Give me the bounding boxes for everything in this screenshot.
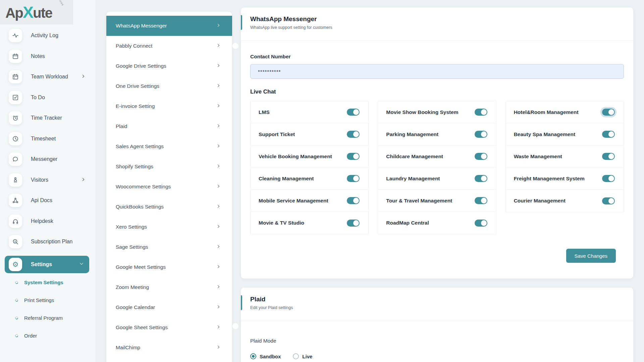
settings-nav-zoom-meeting[interactable]: Zoom Meeting	[106, 277, 232, 297]
settings-nav-google-drive[interactable]: Google Drive Settings	[106, 56, 232, 76]
live-label: Live	[302, 354, 312, 359]
live-chat-row-hotel-room: Hotel&Room Management	[506, 101, 624, 123]
parking-toggle[interactable]	[475, 131, 487, 138]
sidebar-item-notes[interactable]: Notes	[0, 50, 96, 63]
sidebar-item-messenger[interactable]: Messenger	[0, 153, 96, 166]
roadmap-central-toggle[interactable]	[475, 220, 487, 227]
plaid-card-body: Plaid Mode Sandbox Live	[241, 338, 633, 359]
sidebar-item-timesheet[interactable]: Timesheet	[0, 132, 96, 145]
sandbox-label: Sandbox	[260, 354, 281, 359]
hotel-room-toggle[interactable]	[602, 109, 615, 116]
chevron-right-icon	[216, 244, 221, 250]
whatsapp-title: WhatsApp Messenger	[250, 15, 624, 23]
submenu-item-referral-program[interactable]: Referral Program	[0, 312, 96, 323]
freight-toggle[interactable]	[602, 175, 615, 182]
chevron-right-icon	[216, 143, 221, 149]
chevron-right-icon	[216, 184, 221, 190]
live-radio[interactable]	[293, 353, 299, 359]
mobile-service-toggle[interactable]	[347, 197, 360, 204]
live-chat-row-support-ticket: Support Ticket	[251, 123, 368, 145]
chevron-right-icon	[216, 63, 221, 69]
live-chat-row-parking: Parking Management	[378, 123, 496, 145]
sandbox-radio[interactable]	[250, 353, 256, 359]
live-chat-row-cleaning: Cleaning Management	[251, 168, 368, 190]
settings-nav-quickbooks[interactable]: QuickBooks Settings	[106, 197, 232, 217]
person-icon	[9, 173, 22, 187]
gear-icon: ⚙	[9, 258, 22, 271]
live-chat-row-tour-travel: Tour & Travel Management	[378, 190, 496, 212]
live-chat-row-roadmap-central: RoadMap Central	[378, 212, 496, 234]
settings-submenu: System Settings Print Settings Referral …	[0, 277, 96, 348]
laundry-toggle[interactable]	[475, 175, 487, 182]
save-changes-button[interactable]: Save Changes	[566, 249, 616, 263]
sidebar: ApXute Web Services Activity Log Notes T…	[0, 0, 96, 362]
sidebar-item-activity-log[interactable]: Activity Log	[0, 29, 96, 42]
sidebar-item-to-do[interactable]: To Do	[0, 91, 96, 104]
tour-travel-toggle[interactable]	[475, 197, 487, 204]
cleaning-toggle[interactable]	[347, 175, 360, 182]
settings-nav-woocommerce[interactable]: Woocommerce Settings	[106, 177, 232, 197]
chevron-right-icon	[216, 264, 221, 270]
settings-nav-google-sheet[interactable]: Google Sheet Settings	[106, 317, 232, 338]
chevron-right-icon	[216, 204, 221, 210]
courier-toggle[interactable]	[602, 197, 615, 204]
settings-nav-xero[interactable]: Xero Settings	[106, 217, 232, 237]
lms-toggle[interactable]	[347, 109, 360, 116]
childcare-toggle[interactable]	[475, 153, 487, 160]
vehicle-booking-toggle[interactable]	[347, 153, 360, 160]
plaid-mode-label: Plaid Mode	[250, 338, 624, 344]
settings-nav-sage[interactable]: Sage Settings	[106, 237, 232, 257]
sidebar-item-helpdesk[interactable]: Helpdesk	[0, 215, 96, 228]
bullet-icon	[14, 334, 18, 338]
submenu-item-order[interactable]: Order	[0, 330, 96, 341]
settings-nav-mailchimp[interactable]: MailChimp	[106, 338, 232, 358]
settings-nav-google-calendar[interactable]: Google Calendar	[106, 297, 232, 317]
waste-toggle[interactable]	[602, 153, 615, 160]
settings-nav-sales-agent[interactable]: Sales Agent Settings	[106, 136, 232, 157]
svg-text:$: $	[14, 240, 16, 243]
contact-number-input[interactable]	[250, 64, 624, 79]
settings-nav-plaid[interactable]: Plaid	[106, 116, 232, 136]
plaid-card: Plaid Edit your Plaid settings Plaid Mod…	[241, 288, 633, 362]
settings-nav-shopify[interactable]: Shopify Settings	[106, 157, 232, 177]
movie-show-booking-toggle[interactable]	[475, 109, 487, 116]
live-chat-row-courier: Courier Management	[506, 190, 624, 212]
live-chat-row-freight: Freight Management System	[506, 168, 624, 190]
sidebar-item-team-workload[interactable]: Team Workload	[0, 70, 96, 83]
sidebar-item-settings[interactable]: ⚙ Settings	[5, 256, 89, 273]
search-dollar-icon: $	[9, 235, 22, 248]
bullet-icon	[14, 298, 18, 302]
brand-wordmark: ApXute	[5, 3, 52, 21]
submenu-item-system-settings[interactable]: System Settings	[0, 277, 96, 288]
submenu-item-print-settings[interactable]: Print Settings	[0, 295, 96, 305]
headphones-icon	[9, 215, 22, 228]
accent-bar	[241, 295, 242, 310]
activity-icon	[9, 29, 22, 42]
contact-number-label: Contact Number	[250, 54, 624, 60]
beauty-spa-toggle[interactable]	[602, 131, 615, 138]
todo-check-icon	[9, 91, 22, 104]
sidebar-item-api-docs[interactable]: Api Docs	[0, 194, 96, 207]
save-row: Save Changes	[250, 249, 624, 263]
clock-icon	[9, 132, 22, 145]
movie-tv-studio-toggle[interactable]	[347, 220, 360, 227]
whatsapp-card-body: Contact Number Live Chat LMS Support Tic…	[241, 54, 633, 263]
settings-nav-pabbly-connect[interactable]: Pabbly Connect	[106, 36, 232, 56]
chevron-right-icon	[216, 324, 221, 330]
sidebar-item-visitors[interactable]: Visitors	[0, 173, 96, 187]
chevron-right-icon	[216, 224, 221, 230]
settings-nav-e-invoice[interactable]: E-invoice Setting	[106, 96, 232, 116]
chevron-right-icon	[216, 83, 221, 89]
plaid-mode-options: Sandbox Live	[250, 353, 624, 359]
sidebar-item-time-tracker[interactable]: Time Tracker	[0, 111, 96, 125]
brand-tagline: Web Services	[51, 0, 64, 6]
settings-nav-one-drive[interactable]: One Drive Settings	[106, 76, 232, 96]
chevron-right-icon	[216, 345, 221, 351]
settings-nav-whatsapp-messenger[interactable]: WhatsApp Messenger	[106, 16, 232, 36]
chat-bubble-icon	[9, 153, 22, 166]
live-chat-row-movie-tv-studio: Movie & TV Studio	[251, 212, 368, 234]
api-nodes-icon	[9, 194, 22, 207]
sidebar-item-subscription-plan[interactable]: $ Subscription Plan	[0, 235, 96, 248]
settings-nav-google-meet[interactable]: Google Meet Settings	[106, 257, 232, 277]
support-ticket-toggle[interactable]	[347, 131, 360, 138]
